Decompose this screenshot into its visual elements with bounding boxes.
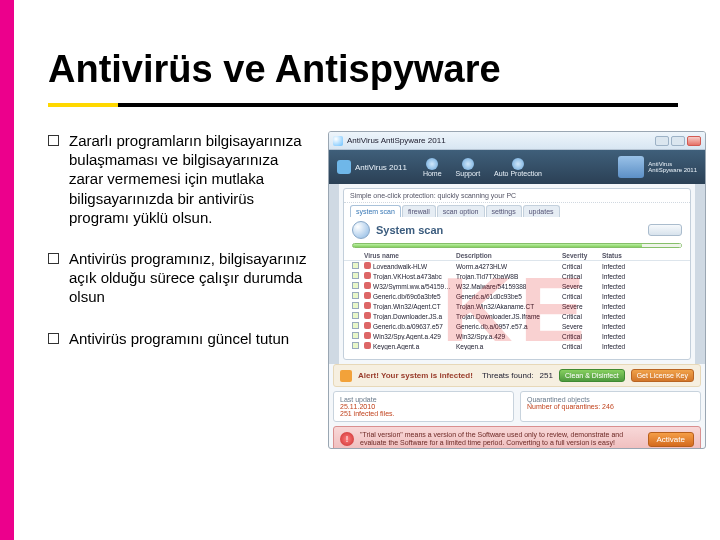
activate-button[interactable]: Activate [648,432,694,447]
scan-title: System scan [376,224,443,236]
th-name: Virus name [364,252,452,259]
window-title: AntiVirus AntiSpyware 2011 [347,136,446,145]
brand-left-icon [337,160,351,174]
brand-right-line2: AntiSpyware 2011 [648,167,697,173]
slide: Antivirüs ve Antispyware Zararlı program… [0,0,720,540]
scan-header: System scan [344,217,690,241]
brand-left-label: AntiVirus 2011 [355,163,407,172]
bullet-text: Zararlı programların bilgisayarınıza bul… [69,131,314,227]
warning-icon [340,370,352,382]
shield-icon [512,158,524,170]
clean-button[interactable]: Clean & Disinfect [559,369,625,382]
quarantine-value: Number of quarantines: 246 [527,403,694,410]
fake-watermark: KE [344,261,690,359]
trial-banner: ! "Trial version" means a version of the… [333,426,701,449]
minimize-button[interactable] [655,136,669,146]
tab-bar: system scan firewall scan option setting… [344,203,690,217]
nav-home[interactable]: Home [423,158,442,177]
nav-label: Home [423,170,442,177]
tab-firewall[interactable]: firewall [402,205,436,217]
info-cards: Last update 25.11.2010 251 infected file… [329,391,705,426]
bullet-marker [48,333,59,344]
page-title: Antivirüs ve Antispyware [48,48,706,91]
nav-support[interactable]: Support [456,158,481,177]
th-sev: Severity [562,252,598,259]
top-nav: Home Support Auto Protection [423,158,542,177]
left-gutter [329,184,339,364]
nav-label: Auto Protection [494,170,542,177]
list-item: Antivirüs programınız, bilgisayarınız aç… [48,249,314,307]
watermark-text: KE [442,261,593,359]
progress-bar [352,243,682,248]
list-item: Zararlı programların bilgisayarınıza bul… [48,131,314,227]
support-icon [462,158,474,170]
alert-icon: ! [340,432,354,446]
alert-bar: Alert! Your system is infected! Threats … [333,364,701,387]
search-icon [352,221,370,239]
bullet-marker [48,135,59,146]
columns: Zararlı programların bilgisayarınıza bul… [48,131,706,449]
tab-scan-option[interactable]: scan option [437,205,485,217]
trial-text: "Trial version" means a version of the S… [360,431,642,447]
bullet-marker [48,253,59,264]
brand-right-text: AntiVirus AntiSpyware 2011 [648,161,697,173]
brand-bar: AntiVirus 2011 Home Support Auto Protect… [329,150,705,184]
tab-updates[interactable]: updates [523,205,560,217]
license-button[interactable]: Get License Key [631,369,694,382]
alert-text: Alert! Your system is infected! [358,371,476,380]
nav-label: Support [456,170,481,177]
screenshot-column: AntiVirus AntiSpyware 2011 AntiVirus 201… [328,131,706,449]
table-body: KE Loveandwalk-HLWWorm.a4273HLWCriticalI… [344,261,690,359]
nav-autoprotect[interactable]: Auto Protection [494,158,542,177]
quarantine-label: Quarantined objects [527,396,694,403]
slide-content: Antivirüs ve Antispyware Zararlı program… [48,48,706,526]
brand-right-icon [618,156,644,178]
tab-system-scan[interactable]: system scan [350,205,401,217]
card-quarantine: Quarantined objects Number of quarantine… [520,391,701,422]
home-icon [426,158,438,170]
maximize-button[interactable] [671,136,685,146]
bullet-list: Zararlı programların bilgisayarınıza bul… [48,131,314,449]
window-controls [655,136,701,146]
last-update-label: Last update [340,396,507,403]
card-last-update: Last update 25.11.2010 251 infected file… [333,391,514,422]
rule-accent [48,103,118,107]
window-titlebar: AntiVirus AntiSpyware 2011 [329,132,705,150]
th-desc: Description [456,252,558,259]
right-gutter [695,184,705,364]
app-window: AntiVirus AntiSpyware 2011 AntiVirus 201… [328,131,706,449]
brand-left: AntiVirus 2011 [337,160,407,174]
brand-right: AntiVirus AntiSpyware 2011 [618,156,697,178]
th-stat: Status [602,252,638,259]
close-button[interactable] [687,136,701,146]
infected-value: 251 infected files. [340,410,507,417]
title-rule [48,95,706,113]
app-icon [333,136,343,146]
last-update-value: 25.11.2010 [340,403,507,410]
bullet-text: Antivirüs programını güncel tutun [69,329,289,348]
rule-line [118,103,678,107]
accent-bar [0,0,14,540]
breadcrumb: Simple one-click protection: quickly sca… [344,189,690,203]
bullet-text: Antivirüs programınız, bilgisayarınız aç… [69,249,314,307]
pause-button[interactable] [648,224,682,236]
table-header: Virus name Description Severity Status [344,251,690,261]
tab-settings[interactable]: settings [486,205,522,217]
threats-value: 251 [540,371,553,380]
list-item: Antivirüs programını güncel tutun [48,329,314,348]
app-body: Simple one-click protection: quickly sca… [329,184,705,364]
threats-label: Threats found: [482,371,534,380]
center-panel: Simple one-click protection: quickly sca… [343,188,691,360]
